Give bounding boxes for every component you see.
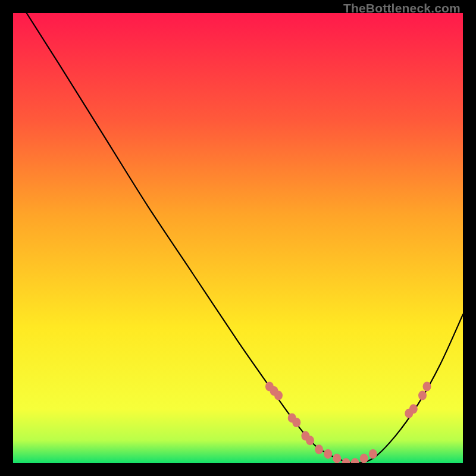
marker-dot: [423, 382, 431, 392]
marker-dot: [315, 444, 323, 454]
marker-dot: [333, 453, 341, 463]
marker-dot: [418, 391, 427, 400]
marker-dot: [292, 418, 300, 427]
marker-dot: [306, 436, 314, 445]
marker-dot: [360, 453, 368, 463]
bottleneck-chart: [13, 13, 463, 463]
marker-dot: [369, 449, 377, 459]
watermark-text: TheBottleneck.com: [343, 1, 461, 15]
marker-dot: [324, 449, 332, 459]
gradient-background: [13, 13, 463, 463]
chart-frame: [13, 13, 463, 463]
marker-dot: [409, 404, 418, 414]
marker-dot: [274, 391, 283, 400]
